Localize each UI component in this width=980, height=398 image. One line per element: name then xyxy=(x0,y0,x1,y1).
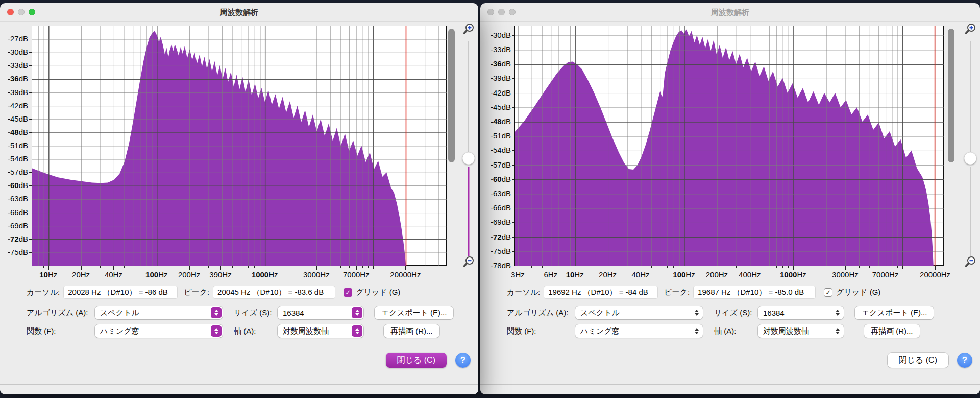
frequency-tick-mark xyxy=(248,266,249,268)
algorithm-value: スペクトル xyxy=(580,308,620,318)
zoom-slider-thumb[interactable] xyxy=(462,152,475,165)
function-dropdown[interactable]: ハミング窓 xyxy=(575,324,703,338)
db-tick-label: -51dB xyxy=(491,131,511,141)
db-tick-label: -63dB xyxy=(491,189,511,198)
function-label: 関数 (F): xyxy=(27,326,95,336)
frequency-tick-mark xyxy=(232,266,233,268)
algorithm-label: アルゴリズム (A): xyxy=(507,308,575,318)
frequency-tick-mark xyxy=(340,266,341,268)
close-window-icon[interactable] xyxy=(487,9,494,15)
frequency-tick-mark xyxy=(265,266,265,270)
frequency-tick-label: 1000Hz xyxy=(780,270,806,279)
close-button[interactable]: 閉じる (C) xyxy=(888,353,948,368)
frequency-tick-label: 3Hz xyxy=(511,270,525,279)
close-window-icon[interactable] xyxy=(7,9,14,15)
spectrum-plot[interactable] xyxy=(32,26,447,266)
zoom-in-icon[interactable] xyxy=(462,22,475,36)
zoom-slider-track-upper[interactable] xyxy=(468,41,469,152)
db-tick-label: -72dB xyxy=(8,235,28,244)
frequency-tick-mark xyxy=(859,266,860,268)
frequency-tick-label: 10Hz xyxy=(566,270,584,279)
zoom-slider-track-upper[interactable] xyxy=(970,41,971,152)
frequency-tick-mark xyxy=(575,266,575,270)
minimize-window-icon[interactable] xyxy=(18,9,24,15)
frequency-tick-mark xyxy=(146,266,146,268)
zoom-slider-track-lower[interactable] xyxy=(468,167,470,256)
frequency-tick-mark xyxy=(750,266,750,270)
frequency-tick-mark xyxy=(208,266,209,268)
axis-value: 対数周波数軸 xyxy=(283,326,329,336)
frequency-tick-label: 40Hz xyxy=(105,270,122,279)
size-dropdown[interactable]: 16384 xyxy=(758,306,844,319)
db-tick-label: -39dB xyxy=(491,74,511,83)
grid-checkbox[interactable]: ✓ xyxy=(344,288,352,297)
size-label: サイズ (S): xyxy=(234,308,278,318)
frequency-tick-mark xyxy=(133,266,133,268)
close-button[interactable]: 閉じる (C) xyxy=(386,353,447,368)
frequency-tick-mark xyxy=(362,266,363,268)
traffic-lights xyxy=(487,9,516,15)
grid-checkbox-label[interactable]: グリッド (G) xyxy=(836,288,880,297)
frequency-tick-mark xyxy=(38,266,38,268)
frequency-tick-mark xyxy=(878,266,878,268)
db-tick-label: -33dB xyxy=(8,61,28,70)
minimize-window-icon[interactable] xyxy=(498,9,505,15)
titlebar[interactable]: 周波数解析 xyxy=(480,3,980,22)
spectrum-plot[interactable] xyxy=(514,26,944,266)
db-tick-label: -42dB xyxy=(8,101,28,110)
db-tick-label: -75dB xyxy=(8,248,28,257)
frequency-tick-mark xyxy=(788,266,789,268)
vertical-scrollbar[interactable] xyxy=(448,29,455,162)
export-button[interactable]: エクスポート (E)... xyxy=(855,306,934,319)
vertical-scrollbar[interactable] xyxy=(948,29,954,162)
redraw-button[interactable]: 再描画 (R)... xyxy=(864,324,920,338)
zoom-in-icon[interactable] xyxy=(964,22,977,36)
redraw-button[interactable]: 再描画 (R)... xyxy=(384,324,439,338)
peak-readout: 20045 Hz （D#10） = -83.6 dB xyxy=(213,286,335,299)
frequency-tick-mark xyxy=(152,266,152,268)
zoom-slider-thumb[interactable] xyxy=(964,152,976,165)
axis-label: 軸 (A): xyxy=(714,326,758,336)
frequency-tick-mark xyxy=(330,266,330,268)
grid-checkbox-label[interactable]: グリッド (G) xyxy=(356,288,400,297)
frequency-tick-mark xyxy=(81,266,82,270)
frequency-tick-mark xyxy=(892,266,892,268)
zoom-out-icon[interactable] xyxy=(964,255,977,269)
frequency-tick-mark xyxy=(220,266,221,270)
zoom-slider-track-lower[interactable] xyxy=(970,167,971,256)
db-tick-label: -75dB xyxy=(491,247,511,256)
frequency-tick-mark xyxy=(316,266,317,270)
algorithm-dropdown[interactable]: スペクトル xyxy=(95,306,223,319)
axis-dropdown[interactable]: 対数周波数軸 xyxy=(758,324,844,338)
frequency-tick-mark xyxy=(565,266,565,268)
zoom-window-icon[interactable] xyxy=(29,9,35,15)
frequency-tick-label: 6Hz xyxy=(544,270,557,279)
frequency-tick-mark xyxy=(845,266,846,270)
frequency-tick-mark xyxy=(222,266,222,268)
titlebar[interactable]: 周波数解析 xyxy=(0,3,478,22)
peak-label: ピーク: xyxy=(184,288,209,297)
function-dropdown[interactable]: ハミング窓 xyxy=(95,324,223,338)
zoom-window-icon[interactable] xyxy=(509,9,516,15)
frequency-tick-label: 20000Hz xyxy=(390,270,421,279)
window-title: 周波数解析 xyxy=(480,3,980,21)
chevron-up-down-icon xyxy=(832,325,843,337)
frequency-tick-label: 200Hz xyxy=(706,270,728,279)
export-button[interactable]: エクスポート (E)... xyxy=(375,306,453,319)
window-footer xyxy=(480,384,980,394)
zoom-out-icon[interactable] xyxy=(462,255,475,269)
algorithm-dropdown[interactable]: スペクトル xyxy=(575,306,703,319)
frequency-tick-mark xyxy=(769,266,769,268)
frequency-tick-mark xyxy=(679,266,679,268)
help-button[interactable]: ? xyxy=(957,353,972,368)
db-tick-label: -42dB xyxy=(491,88,511,98)
db-tick-label: -30dB xyxy=(491,31,511,40)
frequency-tick-mark xyxy=(667,266,668,268)
axis-dropdown[interactable]: 対数周波数軸 xyxy=(278,324,363,338)
frequency-tick-mark xyxy=(736,266,737,268)
frequency-tick-mark xyxy=(254,266,255,268)
help-button[interactable]: ? xyxy=(455,353,471,368)
grid-checkbox[interactable]: ✓ xyxy=(824,288,832,297)
frequency-tick-label: 1000Hz xyxy=(252,270,278,279)
size-dropdown[interactable]: 16384 xyxy=(278,306,363,319)
